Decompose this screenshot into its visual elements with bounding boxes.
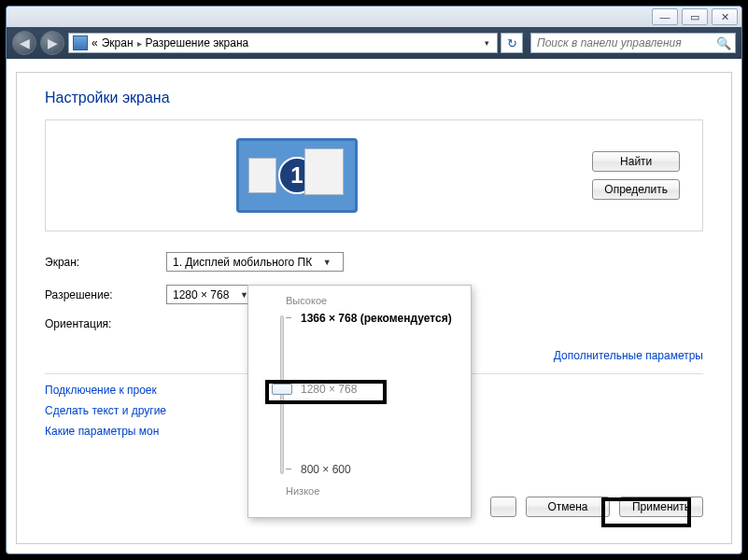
ok-button[interactable] [490, 497, 516, 517]
chevron-down-icon: ▼ [319, 255, 334, 270]
preview-window-icon [304, 148, 344, 195]
find-button[interactable]: Найти [592, 151, 680, 172]
resolution-slider[interactable]: 1366 × 768 (рекомендуется) 1280 × 768 80… [261, 312, 458, 480]
search-icon: 🔍 [716, 36, 731, 50]
slider-tick [286, 469, 291, 469]
breadcrumb-item[interactable]: Разрешение экрана [146, 36, 249, 49]
slider-track [280, 315, 284, 474]
control-panel-icon [73, 35, 88, 50]
breadcrumb-separator: ▸ [137, 38, 142, 49]
window: — ▭ ✕ ◀ ▶ « Экран ▸ Разрешение экрана ▾ … [6, 6, 742, 554]
page-title: Настройки экрана [45, 90, 703, 106]
close-button[interactable]: ✕ [712, 8, 738, 25]
breadcrumb-item[interactable]: Экран [102, 36, 134, 49]
slider-low-label: Низкое [286, 485, 458, 497]
search-box[interactable]: 🔍 [530, 33, 736, 53]
dialog-buttons: Отмена Применить [490, 497, 703, 517]
monitor-thumbnail[interactable]: 1 [236, 138, 358, 213]
screen-row: Экран: 1. Дисплей мобильного ПК ▼ [45, 252, 703, 272]
monitor-preview-box: 1 Найти Определить [45, 119, 703, 231]
identify-button[interactable]: Определить [592, 179, 680, 200]
forward-button[interactable]: ▶ [40, 31, 64, 55]
address-bar[interactable]: « Экран ▸ Разрешение экрана ▾ [68, 33, 498, 53]
resolution-option-recommended: 1366 × 768 (рекомендуется) [301, 312, 452, 325]
search-input[interactable] [535, 35, 716, 50]
maximize-button[interactable]: ▭ [682, 8, 708, 25]
resolution-dropdown[interactable]: 1280 × 768 ▼ [166, 285, 258, 304]
resolution-popup: Высокое 1366 × 768 (рекомендуется) 1280 … [247, 285, 472, 518]
screen-label: Экран: [45, 256, 166, 269]
resolution-option: 800 × 600 [301, 463, 351, 476]
back-button[interactable]: ◀ [12, 31, 36, 55]
resolution-label: Разрешение: [45, 288, 166, 301]
refresh-button[interactable]: ↻ [501, 33, 523, 53]
apply-button[interactable]: Применить [619, 497, 703, 517]
slider-tick [286, 317, 291, 318]
screen-dropdown-value: 1. Дисплей мобильного ПК [173, 256, 312, 269]
titlebar: — ▭ ✕ [7, 7, 741, 27]
screen-dropdown[interactable]: 1. Дисплей мобильного ПК ▼ [166, 252, 344, 272]
breadcrumb-prefix: « [92, 36, 98, 49]
orientation-label: Ориентация: [45, 317, 166, 330]
resolution-dropdown-value: 1280 × 768 [173, 288, 229, 301]
cancel-button[interactable]: Отмена [526, 497, 610, 517]
address-dropdown[interactable]: ▾ [480, 34, 493, 52]
minimize-button[interactable]: — [652, 8, 678, 25]
slider-thumb[interactable] [272, 384, 292, 395]
slider-high-label: Высокое [286, 295, 458, 306]
preview-window-icon [248, 158, 276, 193]
resolution-option-current: 1280 × 768 [301, 383, 357, 396]
navigation-bar: ◀ ▶ « Экран ▸ Разрешение экрана ▾ ↻ 🔍 [7, 27, 741, 59]
